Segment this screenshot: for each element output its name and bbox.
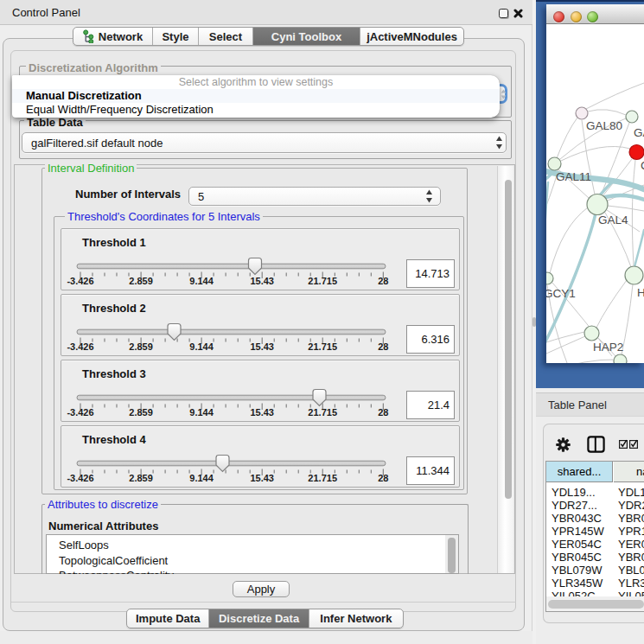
svg-text:2.859: 2.859 [129, 473, 153, 483]
svg-text:9.144: 9.144 [189, 276, 214, 286]
svg-text:HAP2: HAP2 [593, 341, 623, 354]
svg-text:-3.426: -3.426 [67, 276, 93, 286]
svg-text:GAL11: GAL11 [556, 170, 591, 183]
svg-text:28: 28 [378, 473, 388, 483]
svg-text:15.43: 15.43 [250, 276, 274, 286]
svg-text:21.715: 21.715 [308, 407, 337, 418]
svg-text:15.43: 15.43 [250, 407, 274, 418]
svg-text:-3.426: -3.426 [67, 341, 93, 352]
svg-text:2.859: 2.859 [129, 341, 153, 352]
svg-text:9.144: 9.144 [189, 341, 214, 352]
svg-text:GA: GA [634, 126, 644, 139]
svg-text:GAL80: GAL80 [586, 119, 622, 132]
svg-text:HI: HI [637, 286, 644, 299]
svg-text:-3.426: -3.426 [67, 473, 93, 483]
svg-text:9.144: 9.144 [189, 473, 214, 483]
svg-text:15.43: 15.43 [250, 341, 274, 352]
svg-text:9.144: 9.144 [189, 407, 214, 418]
svg-text:GAL4: GAL4 [598, 214, 628, 226]
svg-text:15.43: 15.43 [250, 473, 274, 483]
svg-text:21.715: 21.715 [308, 473, 337, 483]
svg-text:28: 28 [378, 407, 388, 418]
svg-text:28: 28 [378, 341, 388, 352]
svg-text:2.859: 2.859 [129, 407, 153, 418]
svg-text:-3.426: -3.426 [67, 407, 93, 418]
svg-text:CY: CY [641, 159, 644, 172]
svg-text:2.859: 2.859 [129, 276, 153, 286]
svg-text:28: 28 [378, 276, 388, 286]
svg-text:21.715: 21.715 [308, 341, 337, 352]
svg-text:21.715: 21.715 [308, 276, 337, 286]
svg-text:GCY1: GCY1 [546, 287, 576, 300]
